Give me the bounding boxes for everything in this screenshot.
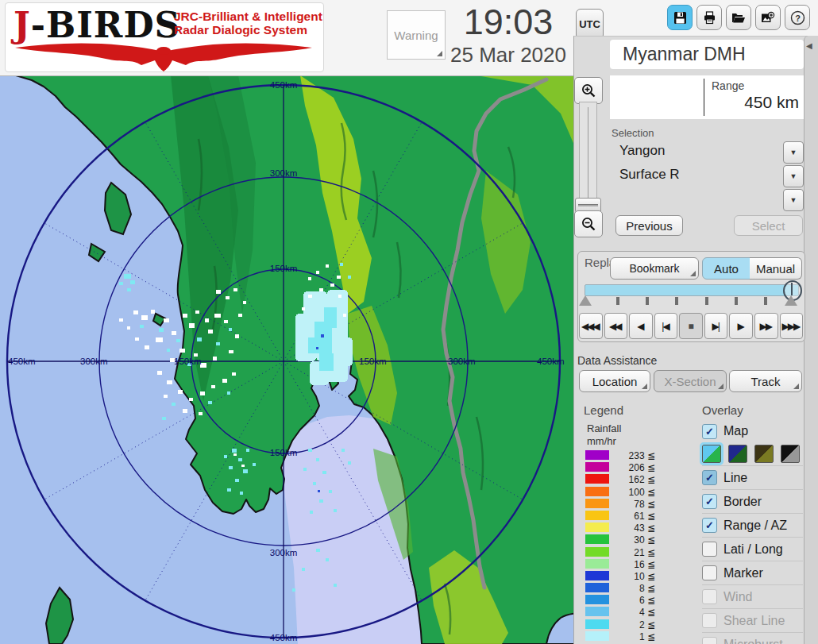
timeline-tick: [646, 297, 649, 305]
previous-button[interactable]: Previous: [615, 215, 683, 236]
x-section-button[interactable]: X-Section: [654, 370, 727, 392]
stop-button[interactable]: ■: [679, 313, 703, 339]
legend-threshold: 16 ≦: [634, 559, 655, 570]
legend-entry: 2 ≦: [585, 619, 655, 631]
fast-rewind-button[interactable]: ◀◀: [604, 313, 628, 339]
chevron-down-icon[interactable]: ▼: [783, 165, 804, 187]
dropdown-value: Surface R: [619, 167, 680, 183]
legend-entry: 21 ≦: [585, 546, 655, 558]
eagle-icon: [12, 41, 315, 71]
play-reverse-button[interactable]: ◀: [629, 313, 653, 339]
overlay-item-border[interactable]: ✓Border: [702, 489, 803, 513]
help-icon: ?: [790, 10, 805, 25]
timeline-tick: [675, 297, 678, 305]
logo-slogan: JRC-Brilliant & Intelligent Radar Dialog…: [174, 10, 322, 37]
location-button[interactable]: Location: [579, 370, 650, 392]
legend-color-swatch: [585, 499, 609, 508]
open-folder-button[interactable]: [726, 5, 751, 30]
radar-map[interactable]: 450km 300km 150km 150km 300km 450km 450k…: [0, 75, 573, 644]
zoom-out-button[interactable]: [574, 210, 603, 237]
jump-end-button[interactable]: ▶▶▶: [780, 313, 804, 339]
legend-threshold: 30 ≦: [634, 534, 655, 546]
warning-button[interactable]: Warning: [387, 10, 446, 60]
legend-color-swatch: [585, 607, 609, 616]
legend-label: Legend: [584, 403, 623, 417]
legend-entry: 6 ≦: [585, 594, 655, 606]
checkbox[interactable]: [702, 542, 717, 557]
help-button[interactable]: ?: [785, 5, 810, 30]
selection-dropdown-1[interactable]: Yangon▼: [612, 141, 804, 163]
logo-slogan-line2: Radar Dialogic System: [174, 23, 322, 37]
ring-label: 450km: [8, 357, 36, 366]
jump-start-button[interactable]: ◀◀◀: [579, 313, 603, 339]
auto-button[interactable]: Auto: [702, 257, 750, 280]
selection-dropdown-3[interactable]: ▼: [612, 189, 804, 210]
legend-threshold: 2 ≦: [639, 619, 655, 631]
selection-dropdown-2[interactable]: Surface R▼: [612, 165, 804, 187]
checkbox[interactable]: ✓: [702, 494, 717, 509]
data-assistance-label: Data Assistance: [577, 354, 657, 367]
ring-label: 150km: [174, 357, 202, 366]
bookmark-button[interactable]: Bookmark: [610, 257, 699, 280]
legend-entry: 8 ≦: [585, 582, 655, 594]
timeline-end-marker[interactable]: [785, 295, 797, 306]
corner-grip-icon: [793, 384, 799, 389]
fast-forward-button[interactable]: ▶▶: [754, 313, 778, 339]
panel-collapse-strip[interactable]: [804, 36, 818, 644]
replay-timeline-slider[interactable]: [585, 284, 799, 296]
checkbox: [702, 589, 717, 604]
legend-threshold: 233 ≦: [629, 450, 655, 461]
overlay-item-label: Shear Line: [723, 614, 785, 628]
overlay-item-line[interactable]: ✓Line: [702, 465, 803, 489]
chevron-down-icon[interactable]: ▼: [783, 189, 804, 211]
print-button[interactable]: [696, 5, 722, 30]
corner-grip-icon: [642, 384, 647, 389]
chevron-down-icon[interactable]: ▼: [783, 141, 804, 164]
overlay-item-lati-long[interactable]: Lati / Long: [702, 537, 803, 561]
checkbox[interactable]: ✓: [702, 518, 717, 533]
logo-slogan-line1: JRC-Brilliant & Intelligent: [174, 10, 322, 23]
save-button[interactable]: [667, 5, 693, 30]
overlay-item-label: Marker: [723, 566, 763, 580]
clock-time: 19:03: [449, 2, 568, 43]
legend-color-swatch: [585, 534, 609, 544]
checkbox[interactable]: [702, 565, 717, 580]
map-style-blue-green-swatch[interactable]: [702, 445, 721, 463]
toolbar: ?: [667, 5, 810, 30]
capture-button[interactable]: [755, 5, 781, 30]
timeline-tick: [735, 297, 738, 305]
legend-threshold: 4 ≦: [639, 607, 655, 618]
overlay-item-marker[interactable]: Marker: [702, 561, 803, 584]
logo-title-text: -BIRDS: [31, 5, 181, 45]
overlay-item-label: Map: [723, 424, 748, 438]
legend-color-swatch: [585, 511, 609, 520]
range-value: 450 km: [704, 93, 799, 112]
zoom-in-button[interactable]: [574, 77, 603, 104]
overlay-item-range-az[interactable]: ✓Range / AZ: [702, 513, 803, 537]
map-style-selector: [702, 442, 803, 465]
overlay-label: Overlay: [702, 403, 743, 417]
legend-entry: 4 ≦: [585, 606, 655, 618]
overlay-list: ✓Map✓Line✓Border✓Range / AZLati / LongMa…: [702, 421, 803, 644]
collapse-arrow-icon[interactable]: ◀: [806, 41, 812, 50]
overlay-item-map[interactable]: ✓Map: [702, 421, 803, 442]
map-style-dark-olive-swatch[interactable]: [754, 445, 774, 463]
play-button[interactable]: ▶: [729, 313, 753, 339]
step-forward-button[interactable]: ▶|: [704, 313, 728, 339]
corner-grip-icon: [718, 384, 723, 389]
save-icon: [673, 11, 687, 25]
manual-button[interactable]: Manual: [750, 257, 802, 280]
map-style-navy-darkgreen-swatch[interactable]: [728, 445, 747, 463]
map-style-black-gray-swatch[interactable]: [781, 445, 800, 463]
legend-scale: 233 ≦206 ≦162 ≦100 ≦78 ≦61 ≦43 ≦30 ≦21 ≦…: [585, 449, 655, 642]
checkbox[interactable]: ✓: [702, 424, 717, 439]
select-button[interactable]: Select: [734, 215, 803, 236]
track-button[interactable]: Track: [729, 370, 802, 392]
legend-color-swatch: [585, 619, 609, 629]
overlay-item-label: Range / AZ: [723, 519, 787, 533]
legend-color-swatch: [585, 571, 609, 580]
checkbox[interactable]: ✓: [702, 470, 717, 485]
step-back-button[interactable]: |◀: [654, 313, 678, 339]
timeline-start-marker[interactable]: [579, 295, 592, 306]
legend-entry: 16 ≦: [585, 558, 655, 570]
